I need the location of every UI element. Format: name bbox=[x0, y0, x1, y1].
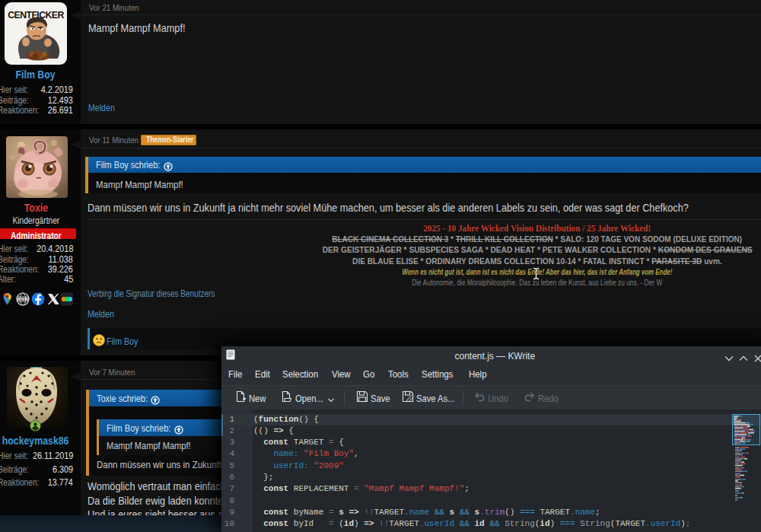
svg-text:WWW: WWW bbox=[17, 297, 29, 301]
